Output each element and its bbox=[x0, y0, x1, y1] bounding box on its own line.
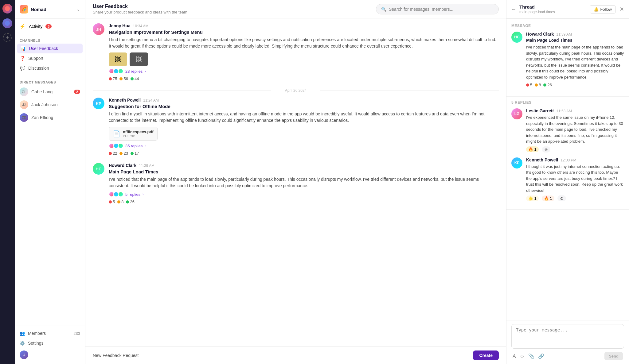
reply-avatars-jenny bbox=[109, 68, 123, 74]
channels-section: CHANNELS 📊 User Feedback ❓ Support 💬 Dis… bbox=[15, 34, 85, 76]
send-button[interactable]: Send bbox=[604, 352, 623, 360]
emoji-button-leslie[interactable]: ☺ bbox=[542, 146, 550, 153]
back-icon[interactable]: ← bbox=[511, 6, 516, 12]
channel-label-discussion: Discussion bbox=[28, 66, 80, 71]
channel-label-support: Support bbox=[28, 56, 80, 61]
link-icon[interactable]: 🔗 bbox=[538, 353, 544, 359]
follow-label: Follow bbox=[600, 7, 612, 12]
reply-avatars-howard bbox=[109, 192, 123, 197]
file-name: offlinespecs.pdf bbox=[123, 130, 154, 134]
emoji-reaction-leslie[interactable]: 🔥 1 bbox=[526, 146, 539, 152]
bell-icon: 🔔 bbox=[594, 7, 599, 12]
avatar-kenneth: KP bbox=[93, 98, 104, 109]
emoji-reaction-star[interactable]: 🌟 1 bbox=[526, 196, 539, 201]
message-title-kenneth: Suggestion for Offline Mode bbox=[109, 104, 499, 109]
reply-arrow-jenny: › bbox=[144, 69, 146, 73]
close-thread-button[interactable]: ✕ bbox=[619, 6, 624, 13]
follow-button[interactable]: 🔔 Follow bbox=[590, 5, 616, 14]
reply-kenneth: KP Kenneth Powell 12:00 PM I thought it … bbox=[511, 157, 624, 202]
reaction-green-howard: 26 bbox=[126, 199, 134, 204]
dm-item-gabe[interactable]: GL Gabe Lang 2 bbox=[15, 85, 85, 98]
attachment-file-kenneth[interactable]: 📄 offlinespecs.pdf PDF file bbox=[109, 127, 158, 141]
attachment-image-1[interactable]: 🖼 bbox=[109, 52, 127, 66]
workspace-avatar[interactable] bbox=[2, 18, 12, 28]
emoji-button-kenneth[interactable]: ☺ bbox=[557, 195, 566, 201]
replies-row-kenneth[interactable]: 35 replies › bbox=[109, 143, 499, 149]
dm-label-jack: Jack Johnson bbox=[31, 102, 80, 107]
attachment-icon[interactable]: 📎 bbox=[528, 353, 534, 359]
dot-green bbox=[131, 77, 134, 80]
search-input[interactable] bbox=[389, 7, 494, 12]
message-meta-howard: Howard Clark 11:39 AM bbox=[109, 163, 499, 168]
avatar-howard: HC bbox=[93, 163, 104, 175]
reaction-red-kenneth: 22 bbox=[109, 151, 117, 156]
thread-msg-content-howard: Howard Clark 11:39 AM Main Page Load Tim… bbox=[526, 32, 624, 87]
current-user-avatar: U bbox=[20, 350, 28, 359]
new-feedback-label: New Feedback Request bbox=[93, 353, 469, 358]
reaction-red-howard: 5 bbox=[109, 199, 115, 204]
dot-red bbox=[109, 77, 112, 80]
reaction-green-kenneth: 17 bbox=[131, 151, 139, 156]
message-meta-jenny: Jenny Hua 10:34 AM bbox=[109, 23, 499, 28]
reply-reactions-kenneth: 🌟 1 🔥 1 ☺ bbox=[526, 195, 624, 201]
reply-count-jenny[interactable]: 23 replies bbox=[125, 69, 143, 74]
message-time-kenneth: 11:24 AM bbox=[143, 98, 159, 103]
thread-input-area: A ☺ 📎 🔗 Send bbox=[506, 320, 629, 364]
dm-item-jack[interactable]: JJ Jack Johnson bbox=[15, 98, 85, 111]
date-divider: April 26 2024 bbox=[93, 88, 499, 93]
members-icon: 👥 bbox=[20, 331, 25, 336]
settings-item[interactable]: ⚙️ Settings bbox=[15, 338, 85, 348]
text-format-icon[interactable]: A bbox=[513, 354, 516, 359]
create-button[interactable]: Create bbox=[473, 350, 499, 360]
attachments-jenny: 🖼 🖼 bbox=[109, 52, 499, 66]
add-workspace-button[interactable]: + bbox=[3, 33, 12, 42]
replies-row-howard[interactable]: 5 replies › bbox=[109, 192, 499, 197]
search-bar[interactable]: 🔍 bbox=[376, 4, 499, 14]
activity-item[interactable]: ⚡ Activity 3 bbox=[15, 21, 85, 31]
thread-msg-time-howard: 11:39 AM bbox=[556, 32, 572, 37]
message-group-kenneth: KP Kenneth Powell 11:24 AM Suggestion fo… bbox=[93, 98, 499, 156]
replies-row-jenny[interactable]: 23 replies › bbox=[109, 68, 499, 74]
reply-content-leslie: Leslie Garrett 11:53 AM I've experienced… bbox=[526, 108, 624, 153]
thread-actions: 🔔 Follow ✕ bbox=[590, 5, 624, 14]
dot-yellow bbox=[119, 77, 123, 80]
reply-reactions-leslie: 🔥 1 ☺ bbox=[526, 146, 624, 153]
message-content-kenneth: Kenneth Powell 11:24 AM Suggestion for O… bbox=[109, 98, 499, 156]
workspace-options-icon[interactable]: ⌄ bbox=[76, 7, 80, 12]
emoji-reaction-fire[interactable]: 🔥 1 bbox=[542, 196, 554, 201]
sidebar-item-discussion[interactable]: 💬 Discussion bbox=[15, 63, 85, 73]
svg-point-1 bbox=[5, 21, 10, 26]
help-icon: ❓ bbox=[20, 56, 25, 61]
main-content: User Feedback Share your product feedbac… bbox=[85, 0, 506, 364]
sidebar-item-user-feedback[interactable]: 📊 User Feedback bbox=[17, 44, 83, 53]
sidebar-header: 🌈 Nomad ⌄ bbox=[15, 0, 85, 19]
message-text-howard: I've noticed that the main page of the a… bbox=[109, 176, 499, 189]
reply-count-howard[interactable]: 5 replies bbox=[125, 192, 140, 197]
messages-area: JH Jenny Hua 10:34 AM Navigation Improve… bbox=[85, 18, 506, 347]
dm-section-label: DIRECT MESSAGES bbox=[15, 78, 85, 85]
thread-msg-title-howard: Main Page Load Times bbox=[526, 38, 624, 43]
attachment-image-2[interactable]: 🖼 bbox=[130, 52, 148, 66]
reply-content-kenneth: Kenneth Powell 12:00 PM I thought it was… bbox=[526, 157, 624, 202]
reactions-kenneth: 22 23 17 bbox=[109, 151, 499, 156]
app-logo[interactable] bbox=[2, 4, 12, 14]
reply-author-kenneth: Kenneth Powell bbox=[526, 157, 558, 162]
file-type: PDF file bbox=[123, 134, 154, 138]
reactions-howard: 5 8 26 bbox=[109, 199, 499, 204]
emoji-picker-icon[interactable]: ☺ bbox=[520, 354, 525, 359]
thread-message-section: MESSAGE HC Howard Clark 11:39 AM Main Pa… bbox=[506, 19, 629, 97]
activity-badge: 3 bbox=[45, 24, 52, 29]
members-item[interactable]: 👥 Members 233 bbox=[15, 328, 85, 338]
thread-msg-text-howard: I've noticed that the main page of the a… bbox=[526, 44, 624, 80]
dm-section: DIRECT MESSAGES GL Gabe Lang 2 JJ Jack J… bbox=[15, 76, 85, 126]
reaction-yellow-kenneth: 23 bbox=[119, 151, 128, 156]
current-user-item[interactable]: U bbox=[15, 348, 85, 362]
reply-count-kenneth[interactable]: 35 replies bbox=[125, 144, 143, 148]
thread-subtitle: main-page-load-times bbox=[519, 10, 587, 14]
members-count: 233 bbox=[73, 331, 80, 336]
sidebar-item-support[interactable]: ❓ Support bbox=[15, 53, 85, 63]
sidebar-footer: 👥 Members 233 ⚙️ Settings U bbox=[15, 326, 85, 364]
search-icon: 🔍 bbox=[381, 7, 386, 12]
dm-item-zan[interactable]: ZE Zan Effiong bbox=[15, 111, 85, 124]
thread-message-input[interactable] bbox=[511, 324, 624, 349]
